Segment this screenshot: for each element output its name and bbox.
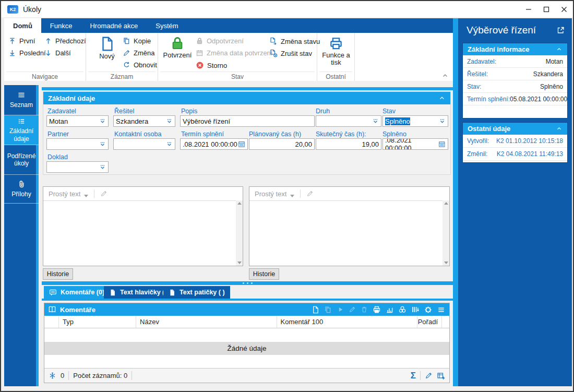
change-button[interactable]: Změna <box>123 49 154 57</box>
chart-icon[interactable] <box>386 306 393 314</box>
zadavatel-field[interactable]: Motan <box>46 115 109 127</box>
dropdown-caret-icon[interactable] <box>84 195 88 197</box>
sidebar-item-seznam[interactable]: Seznam <box>4 85 39 115</box>
popis-field[interactable]: Výběrové řízení <box>180 115 315 127</box>
plain-text-selector[interactable]: Prostý text <box>49 190 80 198</box>
sum-icon[interactable]: Σ <box>411 371 416 381</box>
print-icon[interactable] <box>373 305 381 314</box>
stav-value-selected: Splněno <box>385 117 410 125</box>
basic-info-title: Základní informace <box>468 45 529 53</box>
change-confirm-date-button[interactable]: Změna data potvrzení <box>196 49 272 57</box>
column-komentar[interactable]: Komentář 100 <box>277 316 417 328</box>
copy-button[interactable]: Kopie <box>123 37 151 45</box>
combo-dropdown-icon[interactable] <box>372 118 379 125</box>
partner-field[interactable] <box>46 138 109 150</box>
combo-dropdown-icon[interactable] <box>99 164 106 171</box>
basic-data-header[interactable]: Základní údaje <box>43 92 450 104</box>
skutecny-cas-field[interactable]: 19,00 <box>316 138 381 150</box>
dropdown-caret-icon[interactable] <box>290 195 294 197</box>
combo-dropdown-icon[interactable] <box>99 118 106 125</box>
table-column-headers: Typ Název Komentář 100 Pořadí <box>44 316 449 328</box>
calendar-icon[interactable] <box>438 140 446 148</box>
tab-system[interactable]: Systém <box>147 18 187 33</box>
first-button[interactable]: První <box>8 37 35 45</box>
new-record-icon[interactable] <box>312 306 319 314</box>
next-button[interactable]: Další <box>44 49 71 57</box>
maximize-button[interactable] <box>537 1 555 17</box>
no-data-band: Žádné údaje <box>44 342 449 355</box>
plain-text-body-right[interactable] <box>249 200 449 266</box>
minimize-button[interactable] <box>520 1 537 17</box>
column-typ[interactable]: Typ <box>59 316 136 328</box>
unconfirm-label: Odpotvrzení <box>207 37 244 45</box>
change-state-button[interactable]: Změna stavu <box>269 37 320 45</box>
column-selector[interactable] <box>44 316 59 328</box>
plain-text-body-left[interactable] <box>43 200 243 266</box>
unconfirm-button[interactable]: Odpotvrzení <box>196 37 244 45</box>
refresh-button[interactable]: Obnovit <box>123 61 157 69</box>
history-button-left[interactable]: Historie <box>43 268 73 280</box>
doklad-field[interactable] <box>46 161 109 173</box>
edit-pencil-icon[interactable] <box>306 190 314 197</box>
vertical-splitter[interactable] <box>453 18 458 386</box>
calendar-icon[interactable] <box>238 140 245 148</box>
columns-icon[interactable] <box>411 305 420 314</box>
confirm-button[interactable]: Potvrzení <box>162 36 193 59</box>
popout-button[interactable] <box>556 26 565 34</box>
new-button[interactable]: Nový <box>94 36 119 60</box>
menu-icon[interactable] <box>437 306 446 314</box>
column-poradi[interactable]: Pořadí <box>417 316 442 328</box>
delete-record-icon[interactable] <box>361 306 368 313</box>
plain-text-selector[interactable]: Prostý text <box>255 190 286 198</box>
chevron-up-icon[interactable] <box>556 46 563 52</box>
sidebar-item-prilohy[interactable]: Přílohy <box>4 175 39 204</box>
last-button[interactable]: Poslední <box>8 49 46 57</box>
kontaktni-osoba-field[interactable] <box>113 138 175 150</box>
comments-table: Komentáře Typ Název <box>44 303 450 383</box>
copy-record-icon[interactable] <box>324 306 332 314</box>
cancel-state-button[interactable]: Zrušit stav <box>269 49 312 57</box>
combo-dropdown-icon[interactable] <box>439 118 446 125</box>
functions-print-button[interactable]: Funkce a tisk <box>320 36 352 67</box>
filter-circles-icon[interactable] <box>398 305 406 314</box>
splneno-field[interactable]: .08.2021 00:00:00 <box>382 138 448 150</box>
column-nazev[interactable]: Název <box>136 316 277 328</box>
edit-record-icon[interactable] <box>349 306 356 313</box>
label-druh: Druh <box>316 108 330 115</box>
scrollbar[interactable] <box>236 200 243 266</box>
basic-info-header[interactable]: Základní informace <box>463 43 567 55</box>
play-icon[interactable] <box>337 306 344 313</box>
combo-dropdown-icon[interactable] <box>166 118 173 125</box>
resitel-field[interactable]: Szkandera <box>113 115 175 127</box>
sidebar-item-podrizene-ukoly[interactable]: Podřízené úkoly <box>4 145 39 175</box>
snowflake-icon[interactable] <box>49 372 56 379</box>
horizontal-splitter[interactable] <box>42 281 453 285</box>
tab-hromadne-akce[interactable]: Hromadné akce <box>81 18 147 33</box>
edit-pencil-icon[interactable] <box>425 372 433 379</box>
edit-pencil-icon[interactable] <box>100 190 107 197</box>
previous-button[interactable]: Předchozí <box>44 37 86 45</box>
chevron-up-icon[interactable] <box>556 126 563 132</box>
combo-dropdown-icon[interactable] <box>166 141 173 148</box>
combo-dropdown-icon[interactable] <box>99 141 106 148</box>
table-add-icon[interactable] <box>437 372 445 380</box>
sidebar-item-zakladni-udaje[interactable]: Základní údaje <box>4 115 39 145</box>
stav-field[interactable]: Splněno <box>382 115 448 127</box>
druh-field[interactable] <box>316 115 381 127</box>
tab-text-paticky[interactable]: Text patičky ( ) <box>163 286 230 299</box>
ribbon-collapse-button[interactable] <box>441 73 449 79</box>
tab-funkce[interactable]: Funkce <box>41 18 81 33</box>
close-button[interactable] <box>555 1 573 17</box>
tab-komentare[interactable]: Komentáře (0) <box>44 286 110 299</box>
other-info-header[interactable]: Ostatní údaje <box>463 123 567 135</box>
collapse-panel-button[interactable] <box>438 95 446 101</box>
planovany-cas-field[interactable]: 20,00 <box>249 138 315 150</box>
tab-domu[interactable]: Domů <box>4 18 41 33</box>
termin-splneni-field[interactable]: .08.2021 00:00:00 <box>180 138 248 150</box>
scrollbar[interactable] <box>443 200 449 266</box>
top-splitter[interactable] <box>42 87 453 90</box>
history-button-right[interactable]: Historie <box>249 268 279 280</box>
settings-gear-icon[interactable] <box>424 306 432 314</box>
storno-button[interactable]: Storno <box>196 61 227 69</box>
tab-komentare-label: Komentáře (0) <box>61 289 104 296</box>
